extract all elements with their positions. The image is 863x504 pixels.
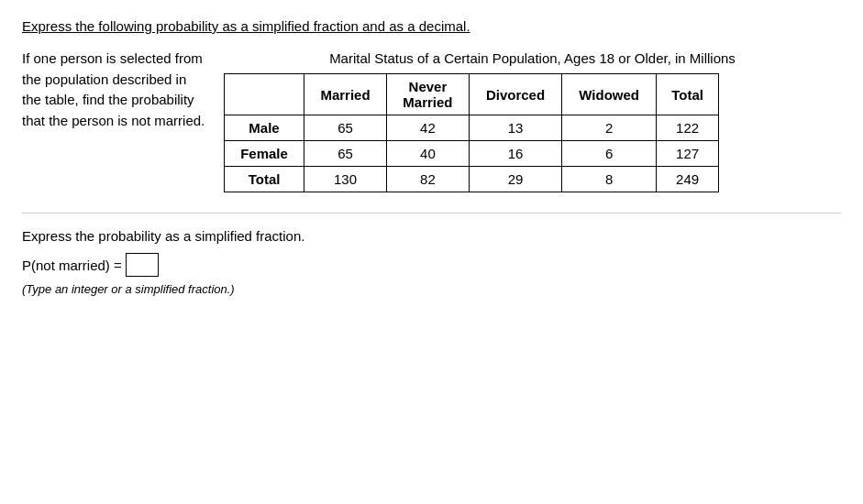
cell-female-never-married: 40 xyxy=(386,141,469,167)
p-label: P(not married) = xyxy=(22,257,122,273)
fraction-label: Express the probability as a simplified … xyxy=(22,228,841,244)
cell-male-total: 122 xyxy=(657,115,719,141)
row-label-female: Female xyxy=(225,141,304,167)
table-title: Marital Status of a Certain Population, … xyxy=(224,49,841,68)
col-header-divorced: Divorced xyxy=(469,74,561,115)
cell-total-married: 130 xyxy=(304,167,387,192)
cell-total-widowed: 8 xyxy=(562,167,657,192)
col-header-widowed: Widowed xyxy=(562,74,657,115)
cell-female-married: 65 xyxy=(304,141,387,167)
row-label-total: Total xyxy=(225,167,304,192)
marital-status-table: Married NeverMarried Divorced Widowed To… xyxy=(224,73,719,192)
left-text: If one person is selected from the popul… xyxy=(22,49,205,131)
cell-male-widowed: 2 xyxy=(562,115,657,141)
cell-female-total: 127 xyxy=(657,141,719,167)
col-header-married: Married xyxy=(304,74,387,115)
divider xyxy=(22,213,841,214)
col-header-never-married: NeverMarried xyxy=(386,74,469,115)
p-not-married-input[interactable] xyxy=(126,253,159,277)
col-header-empty xyxy=(225,74,304,115)
cell-male-divorced: 13 xyxy=(469,115,561,141)
question-title: Express the following probability as a s… xyxy=(22,18,841,34)
cell-female-widowed: 6 xyxy=(562,141,657,167)
cell-male-married: 65 xyxy=(304,115,387,141)
table-row: Total 130 82 29 8 249 xyxy=(225,167,719,192)
cell-male-never-married: 42 xyxy=(386,115,469,141)
cell-total-divorced: 29 xyxy=(469,167,561,192)
cell-total-never-married: 82 xyxy=(386,167,469,192)
table-row: Female 65 40 16 6 127 xyxy=(225,141,719,167)
table-row: Male 65 42 13 2 122 xyxy=(225,115,719,141)
hint-text: (Type an integer or a simplified fractio… xyxy=(22,282,841,296)
col-header-total: Total xyxy=(657,74,719,115)
row-label-male: Male xyxy=(225,115,304,141)
cell-female-divorced: 16 xyxy=(469,141,561,167)
cell-total-total: 249 xyxy=(657,167,719,192)
